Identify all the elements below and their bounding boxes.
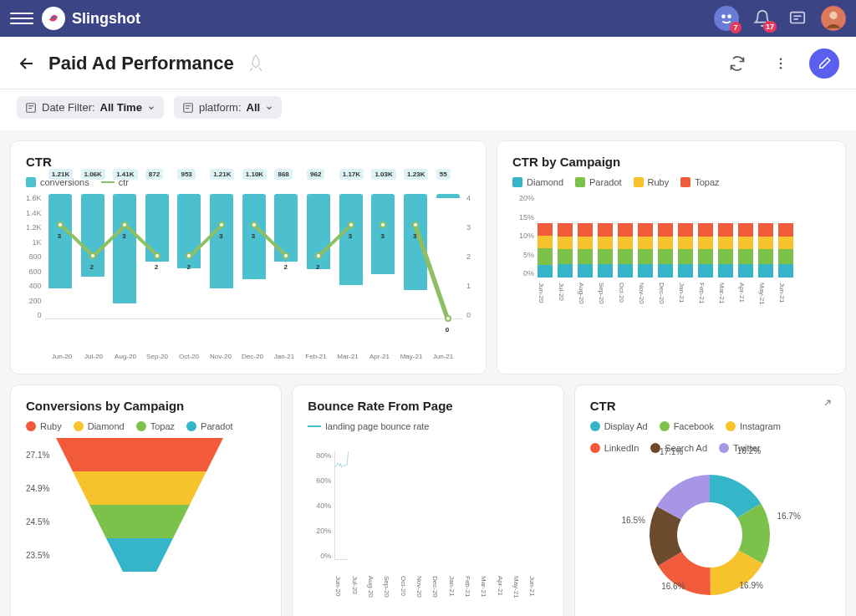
dashboard-icon (246, 53, 266, 74)
logo-icon (42, 7, 65, 30)
chat-button[interactable] (786, 7, 809, 30)
legend: landing page bounce rate (308, 421, 548, 431)
funnel-chart[interactable]: 27.1%24.9%24.5%23.5% (26, 438, 266, 572)
logo-text: Slingshot (72, 10, 140, 28)
svg-marker-20 (89, 505, 190, 538)
platform-filter-value: All (247, 101, 261, 114)
notifications-badge: 17 (763, 21, 777, 33)
x-axis: Jun-20Jul-20Aug-20Sep-20Oct-20Nov-20Dec-… (334, 576, 544, 598)
filter-icon (25, 102, 37, 114)
ctr-card: CTR conversions ctr 1.6K1.4K1.2K1K800600… (10, 140, 487, 374)
legend-bounce: landing page bounce rate (308, 421, 429, 431)
legend: Display AdFacebookInstagramLinkedInSearc… (590, 421, 830, 453)
card-title: Bounce Rate From Page (308, 399, 548, 413)
y-axis: 20%15%10%5%0% (512, 194, 534, 277)
x-axis: Jun-20Jul-20Aug-20Sep-20Oct-20Nov-20Dec-… (26, 353, 471, 360)
svg-point-11 (780, 67, 782, 69)
user-avatar[interactable] (821, 6, 846, 31)
svg-point-3 (727, 14, 731, 18)
ctr-platform-card: CTR Display AdFacebookInstagramLinkedInS… (574, 384, 846, 616)
refresh-button[interactable] (722, 48, 752, 79)
svg-marker-18 (56, 438, 223, 471)
ctr-chart[interactable]: 1.6K1.4K1.2K1K80060040020001.21K31.06K21… (26, 194, 471, 353)
svg-marker-19 (73, 471, 206, 505)
bounce-rate-card: Bounce Rate From Page landing page bounc… (292, 384, 563, 616)
svg-rect-4 (791, 13, 805, 23)
chevron-down-icon (147, 104, 155, 112)
svg-marker-21 (106, 538, 173, 572)
chevron-down-icon (265, 104, 273, 112)
edit-button[interactable] (809, 48, 839, 79)
ai-assistant-button[interactable]: 7 (714, 6, 739, 31)
date-filter-value: All Time (100, 101, 142, 114)
svg-point-9 (780, 58, 782, 60)
platform-filter-label: platform: (199, 101, 242, 114)
legend: RubyDiamondTopazParadot (26, 421, 266, 431)
date-filter-label: Date Filter: (42, 101, 95, 114)
x-axis: Jun-20Jul-20Aug-20Sep-20Oct-20Nov-20Dec-… (512, 283, 830, 305)
ctr-by-campaign-card: CTR by Campaign DiamondParadotRubyTopaz … (497, 140, 846, 374)
svg-point-2 (721, 14, 726, 18)
assistant-badge: 7 (730, 22, 741, 33)
card-title: CTR (26, 155, 471, 169)
bounce-chart[interactable]: 80%60%40%20%0% Jun-20Jul-20Aug-20Sep-20O… (308, 438, 548, 580)
more-options-button[interactable] (766, 48, 796, 79)
back-button[interactable] (17, 53, 37, 74)
svg-point-10 (780, 63, 782, 65)
date-filter[interactable]: Date Filter: All Time (17, 96, 164, 119)
conversions-by-campaign-card: Conversions by Campaign RubyDiamondTopaz… (10, 384, 282, 616)
svg-point-8 (829, 12, 837, 19)
legend: DiamondParadotRubyTopaz (512, 177, 830, 187)
card-title: CTR (590, 399, 830, 413)
filter-bar: Date Filter: All Time platform: All (0, 89, 856, 130)
platform-filter[interactable]: platform: All (174, 96, 282, 119)
donut-chart[interactable]: 16.2%16.7%16.9%16.6%16.5%17.1% (590, 460, 830, 610)
y-axis: 80%60%40%20%0% (308, 451, 331, 560)
ctr-by-campaign-chart[interactable]: 20%15%10%5%0% Jun-20Jul-20Aug-20Sep-20Oc… (512, 194, 830, 311)
funnel-labels: 27.1%24.9%24.5%23.5% (26, 438, 49, 572)
card-title: Conversions by Campaign (26, 399, 266, 413)
expand-button[interactable] (822, 397, 833, 409)
menu-button[interactable] (10, 7, 33, 30)
logo[interactable]: Slingshot (42, 7, 140, 30)
page-title: Paid Ad Performance (48, 53, 234, 74)
card-title: CTR by Campaign (512, 155, 830, 169)
notifications-button[interactable]: 17 (751, 7, 774, 30)
topbar: Slingshot 7 17 (0, 0, 856, 37)
page-header: Paid Ad Performance (0, 37, 856, 89)
filter-icon (182, 102, 194, 114)
